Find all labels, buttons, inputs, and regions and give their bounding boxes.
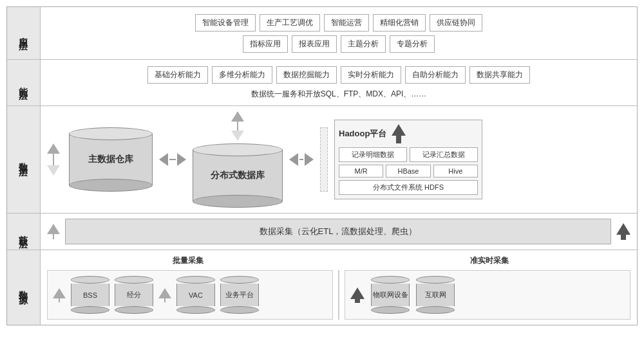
disk-platform: 业务平台: [220, 276, 259, 314]
b-arr-1: [53, 288, 66, 298]
source-layer-row: 数据源 批量采集 准实时采集: [7, 250, 637, 325]
app-tag-5: 供应链协同: [430, 14, 482, 32]
app-tag-2: 生产工艺调优: [260, 14, 320, 32]
source-items-row: BSS 经分 VAC: [47, 270, 630, 320]
b-shaft-2: [164, 298, 166, 302]
app-tag-6: 指标应用: [243, 35, 288, 53]
dist-db-cylinder: 分布式数据库: [193, 143, 283, 208]
app-layer-row: 应用层 智能设备管理 生产工艺调优 智能运营 精细化营销 供应链协同 指标应用 …: [7, 7, 637, 60]
cyl-bot-1: [69, 179, 153, 192]
dist-db-label: 分布式数据库: [193, 150, 283, 201]
acq-text-box: 数据采集（云化ETL，流数据处理、爬虫）: [65, 219, 611, 244]
h-connector-1: [169, 159, 176, 160]
arrow-left-1: [159, 153, 168, 166]
cyl-top-1: [69, 127, 153, 140]
hadoop-cell-1: 记录明细数据: [339, 147, 407, 162]
acq-layer-row: 获取层 数据采集（云化ETL，流数据处理、爬虫）: [7, 214, 637, 250]
realtime-section: 物联网设备 互联网: [345, 270, 630, 320]
batch-arrow-1: [53, 288, 66, 302]
hadoop-grid-row1: 记录明细数据 记录汇总数据: [339, 147, 478, 162]
disk-label-jf: 经分: [115, 284, 153, 306]
acq-arrow-left: [47, 224, 60, 239]
source-layer-content: 批量采集 准实时采集 BSS: [41, 250, 637, 325]
disk-label-bss: BSS: [71, 284, 109, 306]
rt-shaft-dark: [355, 299, 360, 303]
h-connector-2: [299, 159, 303, 160]
disk-top-vac: [176, 276, 215, 284]
hadoop-title-text: Hadoop平台: [339, 128, 386, 140]
warehouse-cylinder: 主数据仓库: [69, 127, 153, 192]
arrow-up-left: [47, 143, 60, 176]
arrow-right-2: [305, 153, 314, 166]
cap-row1: 基础分析能力 多维分析能力 数据挖掘能力 实时分析能力 自助分析能力 数据共享能…: [47, 66, 630, 84]
app-tag-7: 报表应用: [292, 35, 337, 53]
disk-top-plat: [220, 276, 259, 284]
app-layer-label: 应用层: [7, 7, 41, 59]
cap-tag-3: 数据挖掘能力: [276, 66, 337, 84]
app-tag-3: 智能运营: [324, 14, 369, 32]
arrow-shaft-mid: [237, 122, 238, 131]
disk-label-iot: 物联网设备: [371, 284, 410, 306]
batch-label: 批量采集: [173, 255, 204, 266]
cap-tag-5: 自助分析能力: [405, 66, 466, 84]
arrow-head-up-mid: [231, 111, 244, 122]
disk-bot-plat: [220, 306, 259, 314]
disk-label-int: 互联网: [416, 284, 455, 306]
disk-label-vac: VAC: [176, 284, 215, 306]
realtime-label-container: 准实时采集: [348, 255, 630, 266]
arrow-up-mid: [231, 111, 244, 141]
source-labels-row: 批量采集 准实时采集: [47, 255, 630, 266]
disk-bss: BSS: [71, 276, 109, 314]
disk-label-plat: 业务平台: [220, 284, 259, 306]
warehouse-label: 主数据仓库: [69, 134, 153, 185]
cap-layer-label: 能力层: [7, 60, 41, 105]
big-arrow-shaft: [396, 136, 401, 143]
hadoop-big-arrow: [392, 124, 406, 143]
hadoop-platform-box: Hadoop平台 记录明细数据 记录汇总数据 M/R HBase Hive: [334, 120, 482, 199]
hadoop-header: Hadoop平台: [339, 124, 478, 143]
arrow-right-1: [177, 153, 186, 166]
arrow-shaft-up-left: [53, 154, 54, 165]
hadoop-hbase: HBase: [386, 165, 430, 178]
cap-tag-6: 数据共享能力: [469, 66, 530, 84]
hadoop-mr: M/R: [339, 165, 383, 178]
data-layer-label: 数据层: [7, 106, 41, 213]
app-tag-1: 智能设备管理: [195, 14, 256, 32]
double-arrow-h-1: [159, 153, 186, 166]
disk-top-bss: [71, 276, 109, 284]
arrow-head-down-mid: [231, 131, 244, 141]
batch-label-container: 批量采集: [47, 255, 329, 266]
batch-arrow-2: [158, 288, 171, 302]
app-tag-9: 专题分析: [390, 35, 435, 53]
app-row2: 指标应用 报表应用 主题分析 专题分析: [47, 35, 630, 53]
connector-strip: [320, 127, 328, 192]
disk-vac: VAC: [176, 276, 215, 314]
batch-section: BSS 经分 VAC: [47, 270, 333, 320]
disk-top-iot: [371, 276, 410, 284]
disk-bot-int: [416, 306, 455, 314]
acq-layer-label: 获取层: [7, 214, 41, 250]
big-arrow-head: [392, 124, 406, 136]
cap-tag-1: 基础分析能力: [147, 66, 208, 84]
cap-subtitle: 数据统一服务和开放SQL、FTP、MDX、API、……: [47, 89, 630, 100]
disk-internet: 互联网: [416, 276, 455, 314]
data-layer-content: 主数据仓库 分布式数据库: [41, 106, 637, 213]
rt-arr-dark: [350, 287, 365, 299]
disk-jingfen: 经分: [115, 276, 153, 314]
cyl-bot-2: [193, 195, 283, 208]
section-divider: [338, 270, 339, 320]
acq-big-shaft: [621, 235, 626, 240]
rt-arrow-1: [350, 287, 365, 303]
hadoop-row2: M/R HBase Hive: [339, 165, 478, 178]
b-arr-2: [158, 288, 171, 298]
disk-bot-bss: [71, 306, 109, 314]
acq-layer-content: 数据采集（云化ETL，流数据处理、爬虫）: [41, 214, 637, 250]
b-shaft-1: [59, 298, 60, 302]
data-layer-row: 数据层 主数据仓库: [7, 106, 637, 214]
disk-iot: 物联网设备: [371, 276, 410, 314]
app-tag-4: 精细化营销: [373, 14, 426, 32]
hadoop-hdfs: 分布式文件系统 HDFS: [339, 180, 478, 195]
disk-bot-iot: [371, 306, 410, 314]
double-arrow-h-2: [289, 153, 314, 166]
cap-layer-row: 能力层 基础分析能力 多维分析能力 数据挖掘能力 实时分析能力 自助分析能力 数…: [7, 60, 637, 106]
